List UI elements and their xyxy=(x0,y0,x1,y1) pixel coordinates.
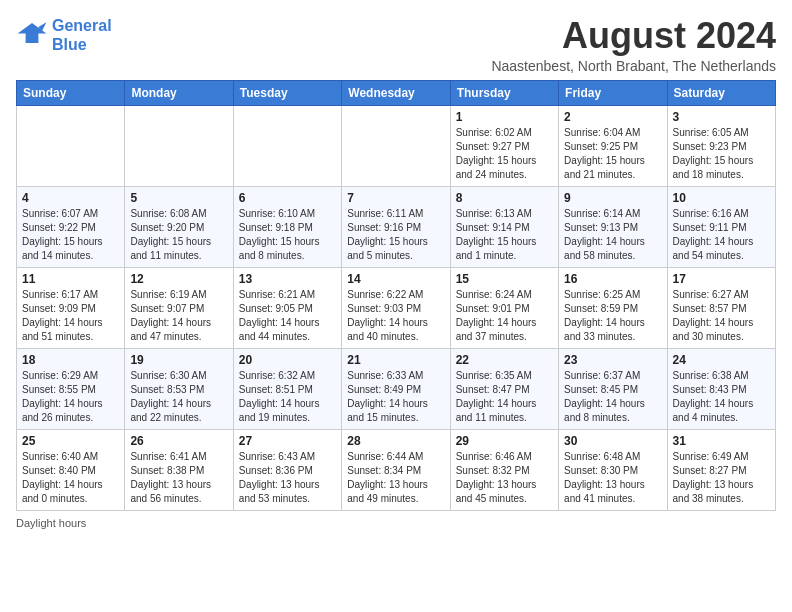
day-number: 14 xyxy=(347,272,444,286)
calendar-cell: 15Sunrise: 6:24 AM Sunset: 9:01 PM Dayli… xyxy=(450,267,558,348)
day-info: Sunrise: 6:17 AM Sunset: 9:09 PM Dayligh… xyxy=(22,288,119,344)
calendar-cell: 2Sunrise: 6:04 AM Sunset: 9:25 PM Daylig… xyxy=(559,105,667,186)
calendar-cell: 12Sunrise: 6:19 AM Sunset: 9:07 PM Dayli… xyxy=(125,267,233,348)
calendar-week-4: 18Sunrise: 6:29 AM Sunset: 8:55 PM Dayli… xyxy=(17,348,776,429)
day-number: 1 xyxy=(456,110,553,124)
calendar-cell: 11Sunrise: 6:17 AM Sunset: 9:09 PM Dayli… xyxy=(17,267,125,348)
day-number: 8 xyxy=(456,191,553,205)
day-info: Sunrise: 6:40 AM Sunset: 8:40 PM Dayligh… xyxy=(22,450,119,506)
calendar-cell: 5Sunrise: 6:08 AM Sunset: 9:20 PM Daylig… xyxy=(125,186,233,267)
day-info: Sunrise: 6:13 AM Sunset: 9:14 PM Dayligh… xyxy=(456,207,553,263)
day-info: Sunrise: 6:19 AM Sunset: 9:07 PM Dayligh… xyxy=(130,288,227,344)
day-number: 20 xyxy=(239,353,336,367)
day-number: 7 xyxy=(347,191,444,205)
day-info: Sunrise: 6:48 AM Sunset: 8:30 PM Dayligh… xyxy=(564,450,661,506)
day-info: Sunrise: 6:10 AM Sunset: 9:18 PM Dayligh… xyxy=(239,207,336,263)
day-number: 9 xyxy=(564,191,661,205)
day-number: 3 xyxy=(673,110,770,124)
day-number: 21 xyxy=(347,353,444,367)
day-number: 11 xyxy=(22,272,119,286)
calendar-header-wednesday: Wednesday xyxy=(342,80,450,105)
day-number: 24 xyxy=(673,353,770,367)
day-info: Sunrise: 6:30 AM Sunset: 8:53 PM Dayligh… xyxy=(130,369,227,425)
day-info: Sunrise: 6:43 AM Sunset: 8:36 PM Dayligh… xyxy=(239,450,336,506)
calendar-cell: 24Sunrise: 6:38 AM Sunset: 8:43 PM Dayli… xyxy=(667,348,775,429)
header: General Blue August 2024 Naastenbest, No… xyxy=(16,16,776,74)
day-info: Sunrise: 6:05 AM Sunset: 9:23 PM Dayligh… xyxy=(673,126,770,182)
month-title: August 2024 xyxy=(491,16,776,56)
calendar-header-saturday: Saturday xyxy=(667,80,775,105)
calendar-week-3: 11Sunrise: 6:17 AM Sunset: 9:09 PM Dayli… xyxy=(17,267,776,348)
day-number: 18 xyxy=(22,353,119,367)
day-info: Sunrise: 6:22 AM Sunset: 9:03 PM Dayligh… xyxy=(347,288,444,344)
day-number: 16 xyxy=(564,272,661,286)
day-info: Sunrise: 6:04 AM Sunset: 9:25 PM Dayligh… xyxy=(564,126,661,182)
day-number: 10 xyxy=(673,191,770,205)
day-info: Sunrise: 6:37 AM Sunset: 8:45 PM Dayligh… xyxy=(564,369,661,425)
calendar-header-monday: Monday xyxy=(125,80,233,105)
calendar-cell: 4Sunrise: 6:07 AM Sunset: 9:22 PM Daylig… xyxy=(17,186,125,267)
calendar-cell: 1Sunrise: 6:02 AM Sunset: 9:27 PM Daylig… xyxy=(450,105,558,186)
calendar-cell: 3Sunrise: 6:05 AM Sunset: 9:23 PM Daylig… xyxy=(667,105,775,186)
day-info: Sunrise: 6:08 AM Sunset: 9:20 PM Dayligh… xyxy=(130,207,227,263)
day-info: Sunrise: 6:41 AM Sunset: 8:38 PM Dayligh… xyxy=(130,450,227,506)
day-number: 23 xyxy=(564,353,661,367)
calendar-header-sunday: Sunday xyxy=(17,80,125,105)
calendar-cell: 26Sunrise: 6:41 AM Sunset: 8:38 PM Dayli… xyxy=(125,429,233,510)
calendar-cell: 17Sunrise: 6:27 AM Sunset: 8:57 PM Dayli… xyxy=(667,267,775,348)
day-info: Sunrise: 6:33 AM Sunset: 8:49 PM Dayligh… xyxy=(347,369,444,425)
calendar-cell: 19Sunrise: 6:30 AM Sunset: 8:53 PM Dayli… xyxy=(125,348,233,429)
calendar-cell: 30Sunrise: 6:48 AM Sunset: 8:30 PM Dayli… xyxy=(559,429,667,510)
day-number: 15 xyxy=(456,272,553,286)
day-number: 22 xyxy=(456,353,553,367)
day-number: 31 xyxy=(673,434,770,448)
calendar-header-row: SundayMondayTuesdayWednesdayThursdayFrid… xyxy=(17,80,776,105)
day-info: Sunrise: 6:11 AM Sunset: 9:16 PM Dayligh… xyxy=(347,207,444,263)
day-info: Sunrise: 6:07 AM Sunset: 9:22 PM Dayligh… xyxy=(22,207,119,263)
footer-text: Daylight hours xyxy=(16,517,86,529)
calendar-cell: 13Sunrise: 6:21 AM Sunset: 9:05 PM Dayli… xyxy=(233,267,341,348)
calendar-cell: 6Sunrise: 6:10 AM Sunset: 9:18 PM Daylig… xyxy=(233,186,341,267)
day-number: 5 xyxy=(130,191,227,205)
day-info: Sunrise: 6:38 AM Sunset: 8:43 PM Dayligh… xyxy=(673,369,770,425)
calendar-cell: 22Sunrise: 6:35 AM Sunset: 8:47 PM Dayli… xyxy=(450,348,558,429)
day-info: Sunrise: 6:49 AM Sunset: 8:27 PM Dayligh… xyxy=(673,450,770,506)
day-info: Sunrise: 6:24 AM Sunset: 9:01 PM Dayligh… xyxy=(456,288,553,344)
day-info: Sunrise: 6:14 AM Sunset: 9:13 PM Dayligh… xyxy=(564,207,661,263)
calendar-cell: 28Sunrise: 6:44 AM Sunset: 8:34 PM Dayli… xyxy=(342,429,450,510)
logo: General Blue xyxy=(16,16,112,54)
calendar-cell: 27Sunrise: 6:43 AM Sunset: 8:36 PM Dayli… xyxy=(233,429,341,510)
logo-text: General Blue xyxy=(52,16,112,54)
day-number: 30 xyxy=(564,434,661,448)
calendar-cell xyxy=(342,105,450,186)
day-number: 19 xyxy=(130,353,227,367)
day-number: 17 xyxy=(673,272,770,286)
day-info: Sunrise: 6:35 AM Sunset: 8:47 PM Dayligh… xyxy=(456,369,553,425)
calendar-cell: 7Sunrise: 6:11 AM Sunset: 9:16 PM Daylig… xyxy=(342,186,450,267)
day-info: Sunrise: 6:21 AM Sunset: 9:05 PM Dayligh… xyxy=(239,288,336,344)
logo-icon xyxy=(16,19,48,51)
calendar-week-5: 25Sunrise: 6:40 AM Sunset: 8:40 PM Dayli… xyxy=(17,429,776,510)
calendar-cell xyxy=(17,105,125,186)
calendar-week-1: 1Sunrise: 6:02 AM Sunset: 9:27 PM Daylig… xyxy=(17,105,776,186)
calendar: SundayMondayTuesdayWednesdayThursdayFrid… xyxy=(16,80,776,511)
footer: Daylight hours xyxy=(16,517,776,529)
calendar-header-tuesday: Tuesday xyxy=(233,80,341,105)
calendar-cell: 10Sunrise: 6:16 AM Sunset: 9:11 PM Dayli… xyxy=(667,186,775,267)
calendar-cell: 31Sunrise: 6:49 AM Sunset: 8:27 PM Dayli… xyxy=(667,429,775,510)
day-number: 4 xyxy=(22,191,119,205)
calendar-week-2: 4Sunrise: 6:07 AM Sunset: 9:22 PM Daylig… xyxy=(17,186,776,267)
day-info: Sunrise: 6:44 AM Sunset: 8:34 PM Dayligh… xyxy=(347,450,444,506)
day-info: Sunrise: 6:16 AM Sunset: 9:11 PM Dayligh… xyxy=(673,207,770,263)
day-info: Sunrise: 6:27 AM Sunset: 8:57 PM Dayligh… xyxy=(673,288,770,344)
day-number: 13 xyxy=(239,272,336,286)
calendar-cell xyxy=(233,105,341,186)
page: General Blue August 2024 Naastenbest, No… xyxy=(0,0,792,537)
day-number: 12 xyxy=(130,272,227,286)
calendar-cell: 8Sunrise: 6:13 AM Sunset: 9:14 PM Daylig… xyxy=(450,186,558,267)
calendar-cell xyxy=(125,105,233,186)
day-number: 25 xyxy=(22,434,119,448)
title-block: August 2024 Naastenbest, North Brabant, … xyxy=(491,16,776,74)
day-number: 2 xyxy=(564,110,661,124)
calendar-cell: 25Sunrise: 6:40 AM Sunset: 8:40 PM Dayli… xyxy=(17,429,125,510)
